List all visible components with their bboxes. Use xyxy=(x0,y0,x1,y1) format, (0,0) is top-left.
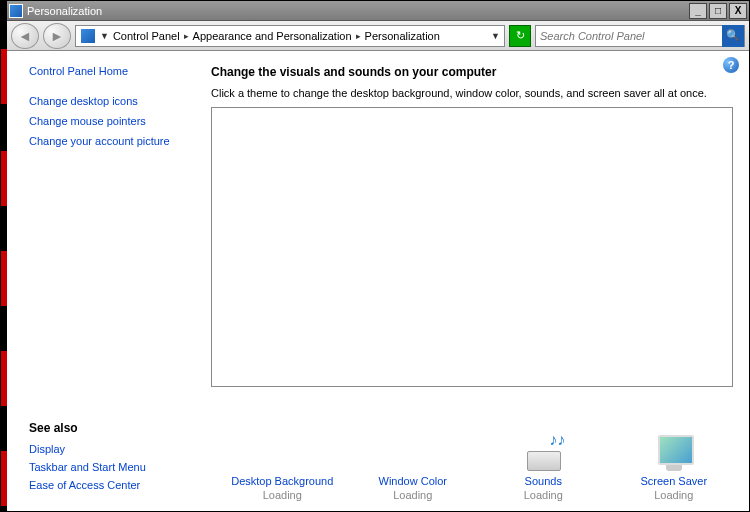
setting-label[interactable]: Sounds xyxy=(478,475,608,487)
app-icon xyxy=(9,4,23,18)
forward-button[interactable]: ► xyxy=(43,23,71,49)
setting-label[interactable]: Screen Saver xyxy=(609,475,739,487)
setting-label[interactable]: Window Color xyxy=(348,475,478,487)
address-dropdown-icon[interactable]: ▼ xyxy=(489,31,502,41)
sidebar-link-account-picture[interactable]: Change your account picture xyxy=(29,135,207,147)
titlebar[interactable]: Personalization _ □ X xyxy=(7,1,749,21)
help-icon[interactable]: ? xyxy=(723,57,739,73)
maximize-button[interactable]: □ xyxy=(709,3,727,19)
refresh-button[interactable]: ↻ xyxy=(509,25,531,47)
search-input[interactable] xyxy=(536,30,722,42)
history-dropdown-icon[interactable]: ▼ xyxy=(98,31,111,41)
see-also-heading: See also xyxy=(29,421,146,435)
setting-status: Loading xyxy=(609,489,739,501)
window-title: Personalization xyxy=(27,5,689,17)
breadcrumb-seg-3[interactable]: Personalization xyxy=(363,30,442,42)
location-icon xyxy=(81,29,95,43)
see-also-display[interactable]: Display xyxy=(29,443,146,455)
desktop-background-icon xyxy=(262,435,302,471)
setting-screen-saver[interactable]: Screen Saver Loading xyxy=(609,435,739,501)
see-also: See also Display Taskbar and Start Menu … xyxy=(29,421,146,497)
chevron-right-icon[interactable]: ▸ xyxy=(182,31,191,41)
see-also-ease-of-access[interactable]: Ease of Access Center xyxy=(29,479,146,491)
back-button[interactable]: ◄ xyxy=(11,23,39,49)
setting-label[interactable]: Desktop Background xyxy=(217,475,347,487)
sidebar-link-mouse-pointers[interactable]: Change mouse pointers xyxy=(29,115,207,127)
page-heading: Change the visuals and sounds on your co… xyxy=(211,65,733,79)
settings-row: Desktop Background Loading Window Color … xyxy=(217,435,739,501)
setting-sounds[interactable]: Sounds Loading xyxy=(478,435,608,501)
setting-desktop-background[interactable]: Desktop Background Loading xyxy=(217,435,347,501)
page-description: Click a theme to change the desktop back… xyxy=(211,87,733,99)
breadcrumb-seg-2[interactable]: Appearance and Personalization xyxy=(191,30,354,42)
sounds-icon xyxy=(523,435,563,471)
setting-status: Loading xyxy=(478,489,608,501)
chevron-right-icon[interactable]: ▸ xyxy=(354,31,363,41)
window-color-icon xyxy=(393,435,433,471)
search-button[interactable]: 🔍 xyxy=(722,25,744,47)
setting-status: Loading xyxy=(348,489,478,501)
themes-list[interactable] xyxy=(211,107,733,387)
sidebar-link-desktop-icons[interactable]: Change desktop icons xyxy=(29,95,207,107)
nav-toolbar: ◄ ► ▼ Control Panel ▸ Appearance and Per… xyxy=(7,21,749,51)
setting-status: Loading xyxy=(217,489,347,501)
breadcrumb-seg-1[interactable]: Control Panel xyxy=(111,30,182,42)
close-button[interactable]: X xyxy=(729,3,747,19)
search-box[interactable]: 🔍 xyxy=(535,25,745,47)
screen-saver-icon xyxy=(654,435,694,471)
minimize-button[interactable]: _ xyxy=(689,3,707,19)
address-bar[interactable]: ▼ Control Panel ▸ Appearance and Persona… xyxy=(75,25,505,47)
see-also-taskbar[interactable]: Taskbar and Start Menu xyxy=(29,461,146,473)
setting-window-color[interactable]: Window Color Loading xyxy=(348,435,478,501)
control-panel-home-link[interactable]: Control Panel Home xyxy=(29,65,207,77)
